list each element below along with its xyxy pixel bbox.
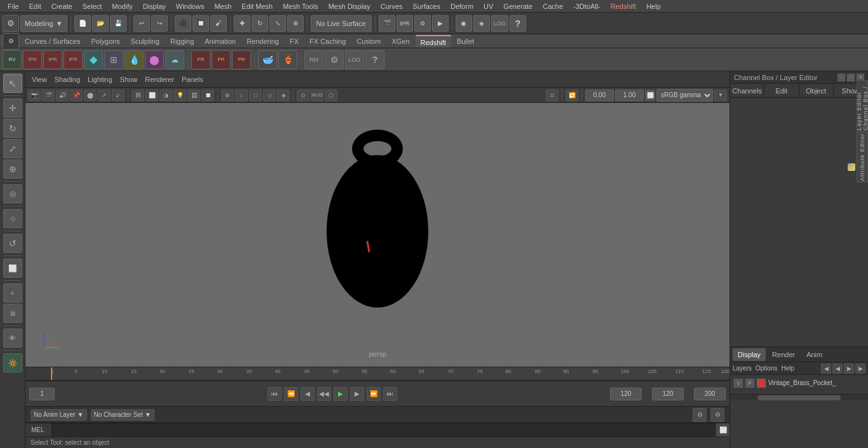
- menu-curves[interactable]: Curves: [376, 0, 408, 13]
- cb-tab-channels[interactable]: Channels: [730, 84, 764, 98]
- misc2-btn[interactable]: ◈: [473, 15, 490, 32]
- new-file-btn[interactable]: 📄: [74, 15, 91, 32]
- status-btn2[interactable]: ⚙: [710, 408, 724, 422]
- shelf-tab-fx[interactable]: FX: [285, 35, 304, 48]
- vp-menu-show[interactable]: Show: [118, 76, 140, 83]
- vp-film-btn[interactable]: 🎬: [42, 90, 55, 101]
- char-set-dropdown[interactable]: No Character Set ▼: [91, 409, 154, 421]
- anim-end-input[interactable]: [694, 388, 726, 400]
- vp-isolate[interactable]: ⊙: [297, 90, 309, 101]
- shelf-icon-ipr1[interactable]: IPR: [23, 50, 42, 69]
- shelf-icon-rv[interactable]: RV: [3, 50, 22, 69]
- menu-generate[interactable]: Generate: [498, 0, 538, 13]
- menu-mesh[interactable]: Mesh: [209, 0, 236, 13]
- timeline-area[interactable]: 1 5 10 15 20 25 30 35 40 45 50 55 60 65 …: [51, 367, 729, 380]
- vp-snap-btn[interactable]: 📌: [70, 90, 83, 101]
- rotate-tool[interactable]: ↻: [3, 119, 22, 138]
- shelf-icon-ipr2[interactable]: IPR: [43, 50, 62, 69]
- menu-mesh-display[interactable]: Mesh Display: [323, 0, 376, 13]
- shelf-icon-drop[interactable]: 💧: [125, 50, 144, 69]
- go-to-end-btn[interactable]: ⏭: [383, 387, 397, 401]
- shelf-icon-cloud[interactable]: ☁: [165, 50, 184, 69]
- vp-xray[interactable]: ⬡: [325, 90, 337, 101]
- shelf-icon-render-bowl[interactable]: 🥣: [258, 50, 277, 69]
- layer-btn2[interactable]: ⊞: [3, 304, 22, 323]
- shelf-icon-help[interactable]: ?: [365, 50, 384, 69]
- shelf-icon-sphere[interactable]: ⬤: [145, 50, 164, 69]
- shelf-icon-grid[interactable]: ⊞: [104, 50, 123, 69]
- vp-menu-lighting[interactable]: Lighting: [85, 76, 115, 83]
- menu-help[interactable]: Help: [641, 0, 666, 13]
- menu-file[interactable]: File: [3, 0, 24, 13]
- vp-tool5[interactable]: ⬤: [84, 90, 97, 101]
- vp-2d-pan[interactable]: 🔁: [566, 90, 578, 101]
- shelf-tab-rigging[interactable]: Rigging: [165, 35, 199, 48]
- shelf-icon-pr-seq[interactable]: PR: [232, 50, 251, 69]
- rotate-btn[interactable]: ↻: [252, 15, 268, 32]
- layer-btn[interactable]: +: [3, 283, 22, 302]
- exposure-input[interactable]: [585, 90, 614, 101]
- shelf-tab-bullet[interactable]: Bullet: [452, 35, 480, 48]
- vp-gamma-arrow[interactable]: ▼: [714, 90, 727, 101]
- cmd-expand-btn[interactable]: ⬜: [715, 423, 729, 437]
- soft-select[interactable]: ◎: [3, 184, 22, 203]
- menu-windows[interactable]: Windows: [171, 0, 210, 13]
- vp-shadow-btn[interactable]: 🔲: [201, 90, 214, 101]
- layer-ctrl-btn3[interactable]: ▶: [844, 363, 854, 374]
- menu-cache[interactable]: Cache: [538, 0, 568, 13]
- vp-menu-shading[interactable]: Shading: [52, 76, 83, 83]
- layer-tab-anim[interactable]: Anim: [801, 348, 827, 361]
- shading-btn[interactable]: 🔅: [3, 353, 22, 372]
- vp-color-space-toggle[interactable]: ⬜: [645, 90, 655, 101]
- menu-mesh-tools[interactable]: Mesh Tools: [278, 0, 323, 13]
- shelf-tab-fx-caching[interactable]: FX Caching: [304, 35, 351, 48]
- sub-menu-options[interactable]: Options: [756, 365, 777, 372]
- menu-3dtoall[interactable]: -3DtoAll-: [568, 0, 606, 13]
- sub-menu-layers[interactable]: Layers: [733, 365, 752, 372]
- render-settings-btn[interactable]: ⚙: [414, 15, 431, 32]
- viewport-canvas[interactable]: persp x y z: [25, 103, 729, 367]
- paint-btn[interactable]: 🖌: [210, 15, 227, 32]
- gamma-select[interactable]: sRGB gamma: [656, 89, 713, 102]
- vp-gate-btn[interactable]: ⊙: [546, 90, 559, 101]
- vp-shade-btn[interactable]: ◑: [159, 90, 172, 101]
- step-fwd-key-btn[interactable]: ⏩: [367, 387, 381, 401]
- layer-p-btn-0[interactable]: P: [745, 379, 754, 388]
- render-view-btn[interactable]: 🎬: [379, 15, 395, 32]
- anim-layer-dropdown[interactable]: No Anim Layer ▼: [31, 409, 87, 421]
- rotate-world[interactable]: ↺: [3, 234, 22, 253]
- layer-row-0[interactable]: V P Vintage_Brass_Pocket_: [733, 376, 865, 390]
- cb-tab-object[interactable]: Object: [799, 84, 834, 98]
- vp-grid-btn[interactable]: ⊞: [132, 90, 144, 101]
- next-frame-btn[interactable]: ▶: [350, 387, 364, 401]
- gamma-float-input[interactable]: [615, 90, 644, 101]
- vp-hud[interactable]: HUD: [311, 90, 323, 101]
- help-btn[interactable]: ?: [510, 15, 526, 32]
- scale-tool[interactable]: ⤢: [3, 139, 22, 158]
- shelf-icon-rm1[interactable]: RM: [304, 50, 323, 69]
- vp-light-btn[interactable]: 💡: [173, 90, 186, 101]
- vp-menu-panels[interactable]: Panels: [179, 76, 206, 83]
- vp-uvs[interactable]: □: [249, 90, 262, 101]
- menu-edit-mesh[interactable]: Edit Mesh: [236, 0, 278, 13]
- cb-tab-edit[interactable]: Edit: [764, 84, 799, 98]
- frame-select[interactable]: ⬜: [3, 259, 22, 278]
- redo-btn[interactable]: ↪: [151, 15, 168, 32]
- move-btn[interactable]: ✚: [234, 15, 250, 32]
- shelf-icon-pr-render[interactable]: PR: [191, 50, 210, 69]
- cmd-lang-selector[interactable]: MEL: [25, 423, 51, 437]
- shelf-tab-redshift[interactable]: Redshift: [416, 35, 451, 48]
- channel-box-side-tab[interactable]: Channel Box / Layer Editor: [857, 80, 868, 131]
- layer-ctrl-btn2[interactable]: ◀: [832, 363, 843, 374]
- settings-btn[interactable]: ⚙: [3, 15, 19, 32]
- shelf-tab-polygons[interactable]: Polygons: [86, 35, 125, 48]
- layer-tab-display[interactable]: Display: [733, 348, 766, 361]
- vp-component[interactable]: ○: [235, 90, 248, 101]
- vp-menu-view[interactable]: View: [29, 76, 50, 83]
- vp-wireframe-btn[interactable]: ⬜: [146, 90, 158, 101]
- menu-select[interactable]: Select: [78, 0, 107, 13]
- layer-scrollbar-thumb[interactable]: [757, 395, 840, 400]
- workspace-dropdown[interactable]: Modeling ▼: [20, 15, 67, 32]
- shelf-tab-animation[interactable]: Animation: [200, 35, 241, 48]
- step-back-key-btn[interactable]: ⏪: [284, 387, 298, 401]
